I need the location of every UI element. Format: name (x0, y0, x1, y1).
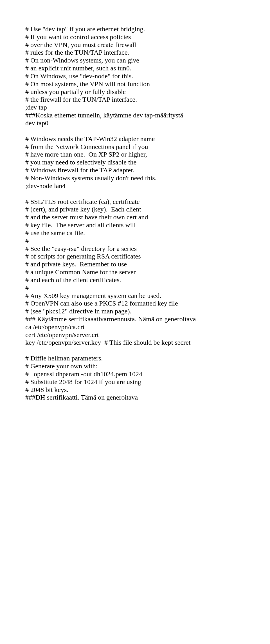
config-line: ###Koska ethernet tunnelin, käytämme dev… (25, 112, 245, 119)
config-line: ;dev-node lan4 (25, 182, 245, 190)
config-line: # and private keys. Remember to use (25, 260, 245, 268)
config-line: # If you want to control access policies (25, 33, 245, 41)
config-line: # Substitute 2048 for 1024 if you are us… (25, 378, 245, 386)
config-line: ca /etc/openvpn/ca.crt (25, 323, 245, 331)
config-line: # (cert), and private key (key). Each cl… (25, 206, 245, 213)
config-line: # over the VPN, you must create firewall (25, 41, 245, 49)
config-line: # Windows needs the TAP-Win32 adapter na… (25, 135, 245, 143)
config-line: cert /etc/openvpn/server.crt (25, 331, 245, 339)
config-text-block: # Use "dev tap" if you are ethernet brid… (25, 25, 245, 402)
config-line: # SSL/TLS root certificate (ca), certifi… (25, 198, 245, 206)
config-line: # 2048 bit keys. (25, 386, 245, 394)
config-line: # On non-Windows systems, you can give (25, 57, 245, 64)
config-line: ###DH sertifikaatti. Tämä on generoitava (25, 394, 245, 402)
config-line: # Diffie hellman parameters. (25, 355, 245, 362)
config-line: # key file. The server and all clients w… (25, 221, 245, 229)
config-line: # Any X509 key management system can be … (25, 292, 245, 300)
config-line: # See the "easy-rsa" directory for a ser… (25, 245, 245, 253)
config-line: dev tap0 (25, 119, 245, 127)
config-line: # the firewall for the TUN/TAP interface… (25, 96, 245, 104)
config-line: key /etc/openvpn/server.key # This file … (25, 339, 245, 347)
blank-line (25, 190, 245, 198)
config-line: # and the server must have their own cer… (25, 213, 245, 221)
config-line: # (see "pkcs12" directive in man page). (25, 307, 245, 315)
config-line: # Non-Windows systems usually don't need… (25, 174, 245, 182)
config-line: ### Käytämme sertifikaaativarmennusta. N… (25, 315, 245, 323)
config-line: # and each of the client certificates. (25, 276, 245, 284)
config-line: # Generate your own with: (25, 362, 245, 370)
config-line: # openssl dhparam -out dh1024.pem 1024 (25, 370, 245, 378)
config-line: # you may need to selectively disable th… (25, 159, 245, 166)
config-line: # an explicit unit number, such as tun0. (25, 64, 245, 72)
blank-line (25, 347, 245, 355)
config-line: # from the Network Connections panel if … (25, 143, 245, 151)
config-line: # a unique Common Name for the server (25, 268, 245, 276)
config-line: # Use "dev tap" if you are ethernet brid… (25, 25, 245, 33)
config-line: # On Windows, use "dev-node" for this. (25, 72, 245, 80)
config-line: # have more than one. On XP SP2 or highe… (25, 151, 245, 159)
config-line: # unless you partially or fully disable (25, 88, 245, 96)
config-line: # rules for the the TUN/TAP interface. (25, 49, 245, 57)
config-line: # (25, 284, 245, 292)
blank-line (25, 127, 245, 135)
config-line: # OpenVPN can also use a PKCS #12 format… (25, 300, 245, 307)
config-line: ;dev tap (25, 104, 245, 112)
config-line: # of scripts for generating RSA certific… (25, 253, 245, 260)
config-line: # (25, 237, 245, 245)
config-line: # Windows firewall for the TAP adapter. (25, 166, 245, 174)
config-line: # On most systems, the VPN will not func… (25, 80, 245, 88)
config-line: # use the same ca file. (25, 229, 245, 237)
